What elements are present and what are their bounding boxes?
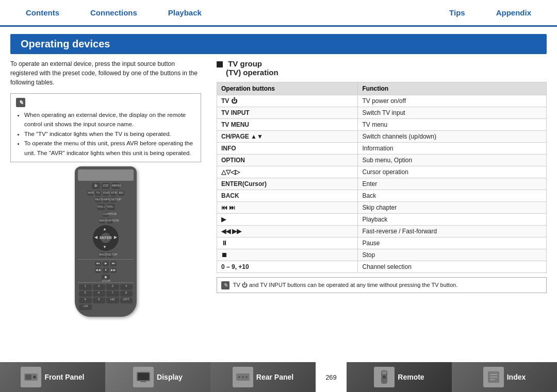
nav-appendix[interactable]: Appendix bbox=[481, 8, 547, 17]
table-cell-button: INFO bbox=[217, 143, 358, 155]
remote-btn-pause: ⏸ bbox=[103, 268, 109, 273]
table-header-function: Function bbox=[358, 82, 547, 95]
table-cell-function: Cursor operation bbox=[358, 166, 547, 178]
remote-btn-info: INFO bbox=[99, 218, 105, 224]
table-cell-button: ENTER(Cursor) bbox=[217, 178, 358, 190]
table-cell-function: Channel selection bbox=[358, 261, 547, 273]
remote-btn-play: ▶ bbox=[103, 261, 109, 266]
bottom-nav-index[interactable]: Index bbox=[452, 362, 557, 392]
table-cell-function: Playback bbox=[358, 214, 547, 226]
tv-group-title: TV group bbox=[228, 59, 262, 68]
display-label: Display bbox=[157, 373, 183, 381]
table-row: TV ⏻TV power on/off bbox=[217, 95, 547, 107]
svg-rect-4 bbox=[138, 373, 149, 380]
table-cell-function: Pause bbox=[358, 237, 547, 249]
remote-btn-num8: 8 bbox=[120, 291, 133, 297]
bottom-note-text: TV ⏻ and TV INPUT buttons can be operate… bbox=[233, 282, 457, 288]
dpad-center: ENTER bbox=[101, 233, 111, 243]
table-cell-function: Switch TV input bbox=[358, 107, 547, 119]
right-column: TV group (TV) operation Operation button… bbox=[217, 59, 547, 362]
svg-rect-1 bbox=[25, 374, 31, 380]
remote-btn-voldn: VOL- bbox=[107, 204, 115, 210]
table-row: ⏹Stop bbox=[217, 249, 547, 261]
remote-btn-next: ⏭ bbox=[110, 261, 117, 266]
page-title: Operating devices bbox=[21, 38, 536, 50]
remote-control: ⏻ ZZZ MENU AVR TV DVD STB BD MUTE INPUT bbox=[75, 166, 137, 317]
table-cell-button: 0 – 9, +10 bbox=[217, 261, 358, 273]
svg-point-8 bbox=[242, 376, 244, 378]
dpad-down: ▼ bbox=[103, 245, 107, 249]
remote-btn-menu: MENU bbox=[111, 183, 120, 189]
table-row: TV INPUTSwitch TV input bbox=[217, 107, 547, 119]
main-content: Operating devices To operate an external… bbox=[0, 27, 557, 362]
remote-btn-num9: 9 bbox=[79, 298, 92, 303]
remote-btn-volup: VOL+ bbox=[97, 204, 105, 210]
remote-btn-numHD: HD bbox=[106, 298, 119, 303]
remote-btn-num2: 2 bbox=[93, 284, 106, 290]
table-row: INFOInformation bbox=[217, 143, 547, 155]
remote-btn-3: DVD bbox=[103, 191, 109, 196]
table-row: ◀◀ ▶▶Fast-reverse / Fast-forward bbox=[217, 226, 547, 237]
table-row: TV MENUTV menu bbox=[217, 119, 547, 131]
svg-point-12 bbox=[383, 376, 386, 379]
nav-playback[interactable]: Playback bbox=[153, 8, 217, 17]
table-cell-function: TV menu bbox=[358, 119, 547, 131]
remote-btn-num4: 4 bbox=[120, 284, 133, 290]
table-row: 0 – 9, +10Channel selection bbox=[217, 261, 547, 273]
remote-btn-chpage: CH/PAGE bbox=[103, 212, 109, 217]
dpad-right: ▶ bbox=[114, 235, 117, 240]
remote-btn-4: STB bbox=[110, 191, 117, 196]
remote-btn-num1: 1 bbox=[79, 284, 92, 290]
front-panel-img bbox=[21, 367, 41, 387]
top-navigation: Contents Connections Playback Tips Appen… bbox=[0, 0, 557, 27]
remote-btn-num7: 7 bbox=[106, 291, 119, 297]
bottom-nav-display[interactable]: Display bbox=[105, 362, 210, 392]
operation-table: Operation buttons Function TV ⏻TV power … bbox=[217, 82, 547, 273]
remote-numpad: 1 2 3 4 5 6 7 8 9 0 HD OPT +10 bbox=[79, 284, 133, 310]
table-row: ⏸Pause bbox=[217, 237, 547, 249]
left-column: To operate an external device, press the… bbox=[10, 59, 206, 362]
remote-btn-back: BACK bbox=[99, 252, 105, 258]
bottom-nav-remote[interactable]: Remote bbox=[347, 362, 452, 392]
note-item-2: The "TV" indicator lights when the TV is… bbox=[24, 129, 195, 139]
table-row: CH/PAGE ▲▼Switch channels (up/down) bbox=[217, 131, 547, 143]
note-item-1: When operating an external device, the d… bbox=[24, 110, 195, 129]
front-panel-label: Front Panel bbox=[44, 373, 84, 381]
table-cell-button: TV INPUT bbox=[217, 107, 358, 119]
table-cell-button: TV MENU bbox=[217, 119, 358, 131]
remote-btn-mute: MUTE bbox=[95, 197, 101, 202]
table-cell-function: Back bbox=[358, 190, 547, 202]
svg-point-9 bbox=[245, 376, 248, 378]
svg-rect-11 bbox=[382, 371, 386, 374]
remote-btn-sleep: ZZZ bbox=[102, 183, 110, 189]
table-row: ▶Playback bbox=[217, 214, 547, 226]
table-cell-button: ⏸ bbox=[217, 237, 358, 249]
remote-btn-setup: SETUP bbox=[110, 197, 117, 202]
note-icon: ✎ bbox=[16, 98, 25, 107]
svg-point-7 bbox=[238, 376, 240, 378]
page-number-text: 269 bbox=[325, 373, 337, 381]
remote-btn-input: INPUT bbox=[103, 197, 109, 202]
remote-btn-rwd: ◀◀ bbox=[95, 268, 101, 273]
remote-btn-2: TV bbox=[95, 191, 101, 196]
nav-tips[interactable]: Tips bbox=[434, 8, 481, 17]
remote-btn-stop: ⏹ STOP bbox=[102, 275, 110, 281]
dpad-left: ◀ bbox=[94, 235, 97, 240]
nav-connections[interactable]: Connections bbox=[75, 8, 153, 17]
page-number: 269 bbox=[316, 362, 347, 392]
table-cell-button: TV ⏻ bbox=[217, 95, 358, 107]
table-cell-button: CH/PAGE ▲▼ bbox=[217, 131, 358, 143]
table-cell-function: Fast-reverse / Fast-forward bbox=[358, 226, 547, 237]
bottom-nav-rear-panel[interactable]: Rear Panel bbox=[210, 362, 316, 392]
remote-btn-num3: 3 bbox=[106, 284, 119, 290]
index-img bbox=[483, 367, 504, 387]
table-bottom-note: ✎ TV ⏻ and TV INPUT buttons can be opera… bbox=[217, 277, 547, 293]
table-row: ⏮ ⏭Skip chapter bbox=[217, 202, 547, 214]
table-cell-function: Enter bbox=[358, 178, 547, 190]
note-box: ✎ When operating an external device, the… bbox=[10, 93, 201, 162]
table-cell-function: Sub menu, Option bbox=[358, 155, 547, 166]
nav-contents[interactable]: Contents bbox=[10, 8, 75, 17]
remote-img bbox=[374, 367, 395, 387]
remote-btn-prev: ⏮ bbox=[95, 261, 101, 266]
bottom-nav-front-panel[interactable]: Front Panel bbox=[0, 362, 105, 392]
